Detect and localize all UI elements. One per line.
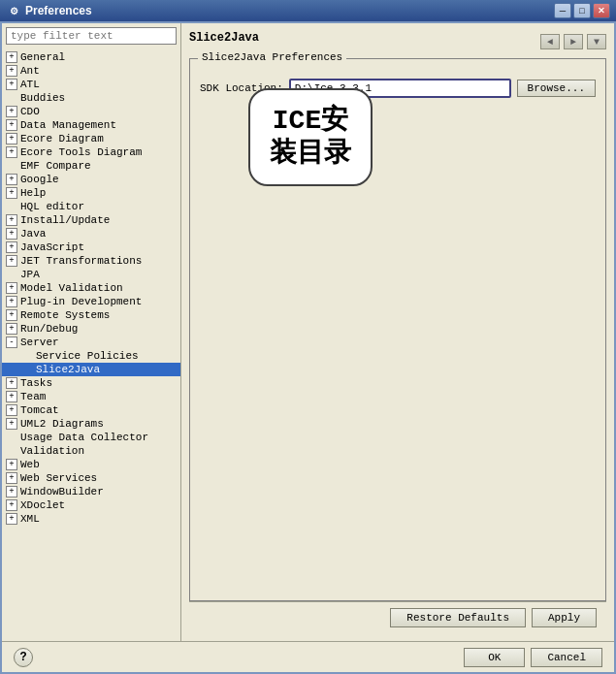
maximize-button[interactable]: □ <box>573 3 591 18</box>
expand-icon: + <box>6 472 17 484</box>
cancel-button[interactable]: Cancel <box>531 648 602 667</box>
tree-label: Plug-in Development <box>20 296 142 307</box>
tree-label: General <box>20 51 65 63</box>
tree-label: Service Policies <box>36 350 139 362</box>
tree-item-slice2java[interactable]: Slice2Java <box>2 363 180 376</box>
tree-item-service-policies[interactable]: Service Policies <box>2 349 180 363</box>
tree-label: JPA <box>20 269 40 280</box>
expand-icon: + <box>6 499 17 511</box>
tree-item-hql-editor[interactable]: HQL editor <box>2 200 180 213</box>
back-button[interactable]: ◄ <box>540 34 560 49</box>
tree-item-google[interactable]: + Google <box>2 173 180 186</box>
restore-defaults-button[interactable]: Restore Defaults <box>390 608 526 627</box>
expand-icon: + <box>6 79 17 90</box>
tree-item-xdoclet[interactable]: + XDoclet <box>2 498 180 512</box>
tree-item-install-update[interactable]: + Install/Update <box>2 213 180 227</box>
close-button[interactable]: ✕ <box>593 3 610 18</box>
left-panel: + General + Ant + ATL Buddies <box>2 23 181 641</box>
app-icon: ⚙ <box>6 3 21 18</box>
tree-item-web[interactable]: + Web <box>2 458 180 471</box>
tree-item-general[interactable]: + General <box>2 50 180 64</box>
expand-icon: + <box>6 418 17 430</box>
tree-item-web-services[interactable]: + Web Services <box>2 471 180 485</box>
tree-item-ecore-diagram[interactable]: + Ecore Diagram <box>2 132 180 145</box>
forward-button[interactable]: ► <box>564 34 583 49</box>
tree-item-jet-transformations[interactable]: + JET Transformations <box>2 254 180 268</box>
tree-label: EMF Compare <box>20 160 91 172</box>
tree-container[interactable]: + General + Ant + ATL Buddies <box>2 48 180 641</box>
right-panel: Slice2Java ◄ ► ▼ Slice2Java Preferences … <box>181 23 614 641</box>
tree-label: Team <box>20 391 46 402</box>
tree-item-server[interactable]: - Server <box>2 336 180 349</box>
expand-icon: + <box>6 174 17 185</box>
tree-label: Data Management <box>20 119 116 131</box>
tree-item-javascript[interactable]: + JavaScript <box>2 241 180 254</box>
tree-label: Install/Update <box>20 214 110 226</box>
window-title: Preferences <box>25 4 554 17</box>
content-area: + General + Ant + ATL Buddies <box>2 23 614 641</box>
tree-label: Model Validation <box>20 282 123 294</box>
expand-icon: + <box>6 391 17 402</box>
tree-item-validation[interactable]: Validation <box>2 444 180 458</box>
ok-button[interactable]: OK <box>464 648 525 667</box>
tree-item-jpa[interactable]: JPA <box>2 268 180 281</box>
expand-icon: + <box>6 282 17 294</box>
expand-icon: + <box>6 106 17 117</box>
tree-label: JavaScript <box>20 241 84 253</box>
tree-item-buddies[interactable]: Buddies <box>2 91 180 105</box>
footer-buttons: OK Cancel <box>464 648 602 667</box>
expand-icon: + <box>6 255 17 267</box>
tree-item-team[interactable]: + Team <box>2 390 180 403</box>
expand-icon: + <box>6 228 17 240</box>
tree-item-usage-data-collector[interactable]: Usage Data Collector <box>2 431 180 444</box>
apply-button[interactable]: Apply <box>532 608 597 627</box>
tree-item-ant[interactable]: + Ant <box>2 64 180 78</box>
tree-label: Java <box>20 228 46 240</box>
tree-item-xml[interactable]: + XML <box>2 512 180 526</box>
tree-label: CDO <box>20 106 40 117</box>
tree-item-tomcat[interactable]: + Tomcat <box>2 403 180 417</box>
expand-icon: + <box>6 187 17 199</box>
tree-item-emf-compare[interactable]: EMF Compare <box>2 159 180 173</box>
tree-item-cdo[interactable]: + CDO <box>2 105 180 118</box>
tree-label: Ecore Diagram <box>20 133 104 144</box>
tree-label: Web <box>20 459 40 470</box>
bottom-action-bar: Restore Defaults Apply <box>189 601 606 633</box>
browse-button[interactable]: Browse... <box>517 80 596 97</box>
prefs-box-title: Slice2Java Preferences <box>198 51 346 63</box>
tree-label: ATL <box>20 79 40 90</box>
tree-item-help[interactable]: + Help <box>2 186 180 200</box>
tree-item-plugin-dev[interactable]: + Plug-in Development <box>2 295 180 308</box>
tree-label: UML2 Diagrams <box>20 418 104 430</box>
tree-item-model-validation[interactable]: + Model Validation <box>2 281 180 295</box>
tree-label: JET Transformations <box>20 255 142 267</box>
panel-header: Slice2Java ◄ ► ▼ <box>189 31 606 52</box>
minimize-button[interactable]: ─ <box>554 3 571 18</box>
tree-item-tasks[interactable]: + Tasks <box>2 376 180 390</box>
expand-icon: + <box>6 241 17 253</box>
tree-item-java[interactable]: + Java <box>2 227 180 241</box>
expand-icon: + <box>6 459 17 470</box>
expand-icon: + <box>6 377 17 389</box>
window-controls: ─ □ ✕ <box>554 3 610 18</box>
tree-item-data-management[interactable]: + Data Management <box>2 118 180 132</box>
tree-label: Tomcat <box>20 404 59 416</box>
dropdown-button[interactable]: ▼ <box>587 34 606 49</box>
tree-label: Usage Data Collector <box>20 432 148 443</box>
tree-label: Validation <box>20 445 84 457</box>
tree-item-run-debug[interactable]: + Run/Debug <box>2 322 180 336</box>
tree-item-ecore-tools[interactable]: + Ecore Tools Diagram <box>2 145 180 159</box>
tree-item-atl[interactable]: + ATL <box>2 78 180 91</box>
preferences-dialog: + General + Ant + ATL Buddies <box>0 21 616 674</box>
expand-icon: + <box>6 513 17 525</box>
tree-label: Help <box>20 187 46 199</box>
expand-icon: + <box>6 146 17 158</box>
annotation-line2: 装目录 <box>270 138 351 171</box>
help-button[interactable]: ? <box>14 648 33 667</box>
tree-item-remote-systems[interactable]: + Remote Systems <box>2 308 180 322</box>
annotation-bubble: ICE安 装目录 <box>248 88 373 186</box>
tree-item-windowbuilder[interactable]: + WindowBuilder <box>2 485 180 498</box>
tree-item-uml2-diagrams[interactable]: + UML2 Diagrams <box>2 417 180 431</box>
filter-input[interactable] <box>6 27 177 45</box>
panel-title: Slice2Java <box>189 31 259 45</box>
